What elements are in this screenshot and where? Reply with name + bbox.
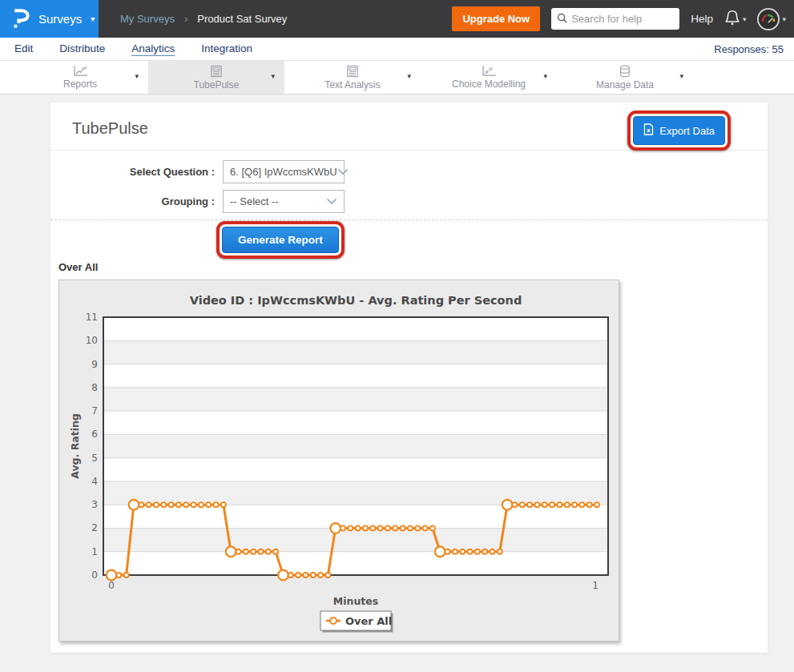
chart-panel: Video ID : IpWccmsKWbU - Avg. Rating Per…	[58, 280, 619, 642]
svg-text:4: 4	[91, 476, 98, 487]
help-search[interactable]	[551, 8, 679, 30]
line-chart-icon	[73, 65, 88, 77]
select-question-label: Select Question :	[50, 166, 215, 178]
export-data-button[interactable]: x Export Data	[633, 116, 725, 145]
export-data-label: Export Data	[659, 125, 715, 137]
chevron-down-icon[interactable]: ▾	[407, 72, 411, 80]
overall-section-label: Over All	[58, 261, 768, 273]
toolbar-tab-choice-modelling[interactable]: Choice Modelling ▾	[421, 61, 557, 94]
account-menu[interactable]: ▾	[757, 8, 786, 30]
svg-text:x: x	[647, 127, 651, 134]
grouping-label: Grouping :	[50, 195, 215, 207]
chevron-down-icon: ▾	[743, 15, 747, 23]
report-doc-icon	[346, 65, 359, 78]
tab-distribute[interactable]: Distribute	[59, 42, 105, 55]
generate-report-button[interactable]: Generate Report	[222, 227, 339, 253]
chevron-down-icon: ▾	[782, 15, 786, 23]
breadcrumb: My Surveys › Product Sat Survey	[120, 13, 287, 25]
grouping-select-value: -- Select --	[230, 195, 326, 207]
help-link[interactable]: Help	[691, 13, 713, 25]
avatar	[757, 8, 780, 30]
report-options-form: Select Question : 6. [Q6] IpWccmsKWbU Gr…	[50, 160, 768, 213]
page-title: TubePulse	[72, 119, 148, 137]
survey-subnav: Edit Distribute Analytics Integration Re…	[0, 38, 794, 61]
tab-edit[interactable]: Edit	[14, 42, 33, 55]
chevron-down-icon[interactable]: ▾	[543, 72, 547, 80]
questionpro-logo	[10, 6, 31, 33]
tubepulse-chart: Video ID : IpWccmsKWbU - Avg. Rating Per…	[59, 280, 619, 641]
svg-text:Over All: Over All	[345, 615, 392, 627]
svg-text:6: 6	[91, 429, 98, 440]
bell-icon	[724, 9, 740, 30]
svg-text:10: 10	[86, 335, 98, 346]
svg-text:Avg. Rating: Avg. Rating	[69, 413, 81, 479]
notifications-menu[interactable]: ▾	[724, 9, 747, 30]
toolbar-tab-label: Manage Data	[596, 79, 654, 91]
svg-text:3: 3	[91, 499, 98, 510]
chevron-down-icon[interactable]: ▾	[135, 72, 139, 80]
toolbar-tab-label: Reports	[63, 78, 97, 90]
product-name: Surveys	[38, 12, 82, 26]
svg-text:11: 11	[86, 312, 98, 323]
tab-analytics[interactable]: Analytics	[131, 42, 175, 56]
search-input[interactable]	[571, 13, 671, 25]
toolbar-tab-reports[interactable]: Reports ▾	[12, 61, 148, 94]
toolbar-tab-text-analysis[interactable]: Text Analysis ▾	[284, 61, 421, 94]
svg-text:5: 5	[91, 453, 98, 464]
search-icon	[557, 12, 567, 26]
product-switcher[interactable]: Surveys ▾	[0, 0, 99, 38]
toolbar-tab-label: Text Analysis	[324, 79, 380, 91]
svg-text:7: 7	[91, 405, 98, 416]
export-annotation-highlight: x Export Data	[627, 111, 731, 151]
question-select[interactable]: 6. [Q6] IpWccmsKWbU	[223, 160, 345, 183]
toolbar-tab-tubepulse[interactable]: TubePulse ▾	[148, 61, 284, 94]
svg-text:0: 0	[91, 569, 98, 581]
svg-text:1: 1	[91, 546, 98, 557]
chevron-down-icon[interactable]: ▾	[679, 72, 683, 80]
svg-text:9: 9	[91, 359, 98, 370]
report-doc-icon	[210, 65, 223, 78]
scatter-chart-icon	[482, 65, 497, 77]
chevron-down-icon	[326, 195, 337, 207]
svg-text:8: 8	[91, 382, 98, 393]
generate-annotation-highlight: Generate Report	[216, 221, 345, 259]
database-icon	[619, 65, 631, 78]
grouping-select[interactable]: -- Select --	[223, 190, 345, 213]
toolbar-tab-label: TubePulse	[194, 79, 240, 91]
chevron-down-icon	[337, 166, 349, 178]
chevron-down-icon: ▾	[91, 14, 95, 23]
dashed-divider	[50, 219, 768, 220]
toolbar-tab-manage-data[interactable]: Manage Data ▾	[557, 61, 693, 94]
toolbar-tab-label: Choice Modelling	[452, 78, 526, 90]
responses-count: Responses: 55	[714, 43, 784, 55]
svg-text:0: 0	[108, 580, 115, 591]
tab-integration[interactable]: Integration	[201, 42, 252, 55]
upgrade-now-button[interactable]: Upgrade Now	[452, 6, 540, 31]
svg-text:Video ID : IpWccmsKWbU - Avg.: Video ID : IpWccmsKWbU - Avg. Rating Per…	[190, 294, 522, 307]
breadcrumb-separator-icon: ›	[184, 13, 187, 25]
analytics-toolbar: Reports ▾ TubePulse ▾ Text Analysis ▾ Ch…	[0, 61, 794, 95]
svg-text:1: 1	[592, 580, 599, 591]
question-select-value: 6. [Q6] IpWccmsKWbU	[230, 166, 337, 178]
tubepulse-panel: TubePulse x Export Data Select Question …	[50, 103, 768, 653]
top-navbar: Surveys ▾ My Surveys › Product Sat Surve…	[0, 0, 794, 38]
excel-file-icon: x	[643, 123, 654, 138]
breadcrumb-my-surveys[interactable]: My Surveys	[120, 13, 175, 25]
chevron-down-icon[interactable]: ▾	[271, 72, 275, 80]
svg-text:Minutes: Minutes	[333, 595, 378, 607]
svg-text:2: 2	[91, 522, 98, 533]
breadcrumb-current-survey: Product Sat Survey	[197, 13, 287, 25]
